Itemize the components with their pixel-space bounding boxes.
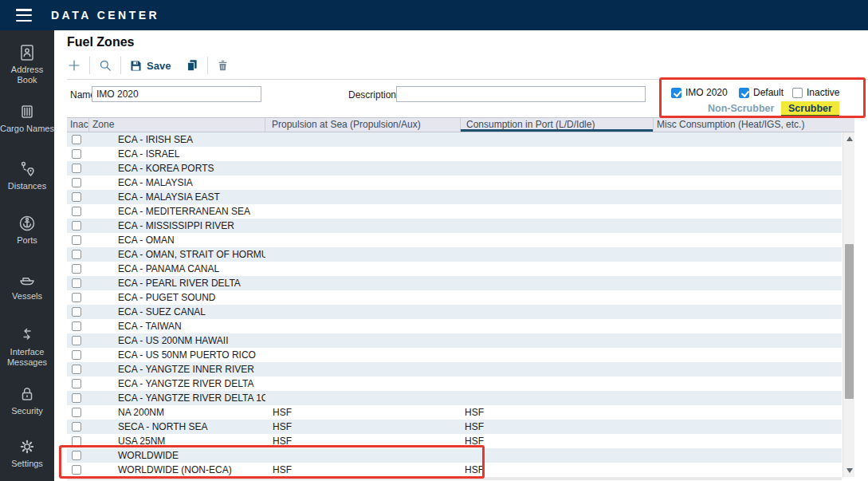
row-inactive-checkbox[interactable] — [72, 293, 81, 302]
propulsion-cell — [265, 377, 461, 391]
scrollbar-thumb[interactable] — [845, 244, 854, 399]
scroll-down-button[interactable] — [843, 464, 855, 477]
table-row[interactable]: USA 25NM HSF HSF — [67, 434, 842, 448]
column-header-propulsion[interactable]: Propulsion at Sea (Propulsion/Aux) — [265, 118, 461, 132]
table-row[interactable]: ECA - PEARL RIVER DELTA — [67, 276, 842, 290]
table-header: Inactive Zone Propulsion at Sea (Propuls… — [67, 117, 854, 132]
default-checkbox[interactable]: Default — [739, 87, 784, 98]
page-title: Fuel Zones — [67, 35, 134, 49]
row-inactive-checkbox[interactable] — [72, 250, 81, 259]
row-inactive-checkbox[interactable] — [72, 278, 81, 288]
table-row[interactable]: ECA - MALAYSIA EAST — [67, 190, 842, 204]
zone-cell: ECA - OMAN, STRAIT OF HORMUZ — [89, 247, 265, 262]
misc-cell — [654, 420, 842, 434]
row-inactive-checkbox[interactable] — [72, 135, 81, 144]
save-button[interactable]: Save — [129, 59, 171, 73]
delete-button[interactable] — [216, 59, 230, 73]
row-inactive-checkbox[interactable] — [72, 365, 81, 374]
row-inactive-checkbox[interactable] — [72, 336, 81, 345]
sidebar-item-settings[interactable]: Settings — [0, 437, 54, 469]
table-row[interactable]: WORLDWIDE (NON-ECA) HSF HSF — [67, 463, 842, 477]
row-inactive-checkbox[interactable] — [72, 379, 81, 388]
table-row[interactable]: ECA - ISRAEL — [67, 147, 842, 161]
table-row[interactable]: ECA - YANGTZE RIVER DELTA — [67, 377, 842, 391]
row-inactive-checkbox[interactable] — [72, 149, 81, 159]
sidebar-item-interface-messages[interactable]: Interface Messages — [0, 325, 54, 368]
misc-cell — [654, 348, 842, 362]
table-row[interactable]: ECA - KOREA PORTS — [67, 161, 842, 175]
table-row[interactable]: ECA - OMAN, STRAIT OF HORMUZ — [67, 247, 842, 262]
table-row[interactable]: ECA - TAIWAN — [67, 319, 842, 333]
row-inactive-checkbox[interactable] — [72, 207, 81, 216]
zone-cell: ECA - PUGET SOUND — [89, 290, 265, 305]
table-row[interactable]: SECA - NORTH SEA HSF HSF — [67, 420, 842, 434]
cargo-names-icon — [0, 102, 54, 121]
vertical-scrollbar[interactable] — [842, 132, 854, 477]
vessels-icon — [0, 270, 54, 289]
sidebar-item-distances[interactable]: Distances — [0, 160, 54, 191]
app-title: DATA CENTER — [51, 9, 159, 22]
checkbox-icon — [792, 88, 803, 98]
row-inactive-checkbox[interactable] — [72, 164, 81, 173]
row-inactive-checkbox[interactable] — [72, 235, 81, 245]
row-inactive-checkbox[interactable] — [72, 436, 81, 446]
row-inactive-checkbox[interactable] — [72, 321, 81, 331]
table-row[interactable]: ECA - MISSISSIPPI RIVER — [67, 219, 842, 233]
table-row[interactable]: ECA - SUEZ CANAL — [67, 305, 842, 319]
column-header-misc[interactable]: Misc Consumption (Heat/IGS, etc.) — [654, 118, 854, 132]
menu-icon[interactable] — [16, 9, 32, 22]
row-inactive-checkbox[interactable] — [72, 178, 81, 187]
column-header-inactive[interactable]: Inactive — [67, 118, 89, 132]
row-inactive-checkbox[interactable] — [72, 264, 81, 274]
zone-cell: ECA - YANGTZE INNER RIVER — [89, 362, 265, 377]
scroll-up-button[interactable] — [843, 132, 855, 145]
table-row[interactable]: ECA - PUGET SOUND — [67, 290, 842, 305]
copy-button[interactable] — [185, 58, 199, 73]
table-row[interactable]: NA 200NM HSF HSF — [67, 405, 842, 420]
consumption-cell — [461, 233, 654, 247]
propulsion-cell — [265, 247, 461, 262]
search-button[interactable] — [98, 58, 112, 73]
sidebar-item-ports[interactable]: Ports — [0, 214, 54, 246]
row-inactive-checkbox[interactable] — [72, 408, 81, 417]
propulsion-cell — [265, 175, 461, 190]
table-row[interactable]: ECA - MEDITERRANEAN SEA — [67, 204, 842, 219]
table-row[interactable]: ECA - PANAMA CANAL — [67, 262, 842, 276]
row-inactive-checkbox[interactable] — [72, 350, 81, 360]
table-row[interactable]: ECA - YANGTZE INNER RIVER — [67, 362, 842, 377]
tab-non-scrubber[interactable]: Non-Scrubber — [708, 103, 774, 114]
inactive-checkbox[interactable]: Inactive — [792, 87, 839, 98]
consumption-cell: HSF — [461, 463, 654, 477]
zone-cell: ECA - MISSISSIPPI RIVER — [89, 219, 265, 233]
zone-cell: SECA - NORTH SEA — [89, 420, 265, 434]
table-row[interactable]: WORLDWIDE — [67, 448, 842, 463]
description-input[interactable] — [396, 86, 646, 102]
horizontal-scrollbar[interactable] — [67, 477, 842, 480]
propulsion-cell — [265, 262, 461, 276]
table-row[interactable]: ECA - US 50NM PUERTO RICO — [67, 348, 842, 362]
column-header-zone[interactable]: Zone — [89, 118, 265, 132]
sidebar-item-vessels[interactable]: Vessels — [0, 270, 54, 302]
table-row[interactable]: ECA - IRISH SEA — [67, 132, 842, 147]
table-row[interactable]: ECA - US 200NM HAWAII — [67, 333, 842, 348]
sidebar-item-address-book[interactable]: Address Book — [0, 43, 54, 85]
consumption-cell — [461, 204, 654, 219]
tab-scrubber[interactable]: Scrubber — [781, 101, 839, 117]
row-inactive-checkbox[interactable] — [72, 465, 81, 475]
row-inactive-checkbox[interactable] — [72, 192, 81, 202]
row-inactive-checkbox[interactable] — [72, 393, 81, 403]
table-row[interactable]: ECA - OMAN — [67, 233, 842, 247]
row-inactive-checkbox[interactable] — [72, 307, 81, 317]
add-button[interactable] — [67, 58, 81, 73]
imo-2020-checkbox[interactable]: IMO 2020 — [671, 87, 728, 98]
row-inactive-checkbox[interactable] — [72, 422, 81, 432]
sidebar-item-cargo-names[interactable]: Cargo Names — [0, 102, 54, 134]
sidebar-item-security[interactable]: Security — [0, 384, 54, 416]
name-input[interactable] — [92, 86, 261, 102]
column-header-consumption[interactable]: Consumption in Port (L/D/Idle) — [461, 118, 654, 132]
table-row[interactable]: ECA - YANGTZE RIVER DELTA 1OCT — [67, 391, 842, 405]
row-inactive-checkbox[interactable] — [72, 221, 81, 231]
table-row[interactable]: ECA - MALAYSIA — [67, 175, 842, 190]
toolbar-separator — [207, 57, 208, 74]
row-inactive-checkbox[interactable] — [72, 451, 81, 460]
